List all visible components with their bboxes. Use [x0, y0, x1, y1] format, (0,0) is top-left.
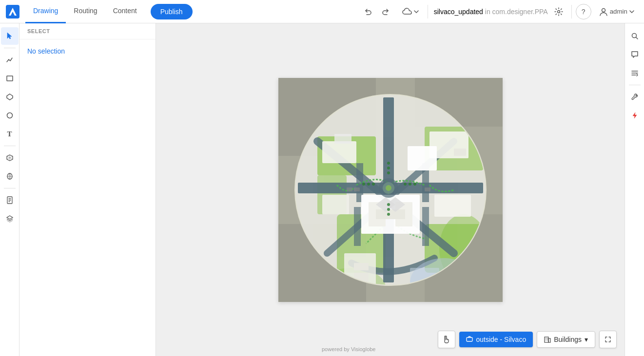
3d-tool-button[interactable] [1, 149, 19, 167]
settings-button[interactable] [552, 5, 566, 19]
svg-point-3 [7, 113, 12, 118]
rectangle-tool-button[interactable] [1, 70, 19, 87]
svg-point-1 [602, 8, 605, 12]
left-panel: SELECT No selection [20, 23, 156, 356]
svg-rect-67 [548, 338, 550, 342]
project-name: silvaco_updated in com.designer.PPA [434, 8, 548, 16]
toolbar-divider-2 [4, 146, 16, 146]
svg-rect-39 [434, 195, 471, 217]
tab-drawing[interactable]: Drawing [25, 0, 66, 23]
svg-point-60 [387, 213, 390, 216]
hand-tool-button[interactable] [438, 331, 455, 348]
select-tool-button[interactable] [1, 27, 19, 45]
search-icon[interactable] [626, 27, 644, 45]
layers-tool-button[interactable] [1, 210, 19, 227]
svg-rect-69 [547, 338, 548, 339]
buildings-dropdown-arrow: ▾ [585, 336, 588, 343]
svg-point-48 [386, 185, 391, 191]
svg-rect-62 [354, 187, 360, 191]
svg-rect-70 [546, 339, 546, 340]
cloud-button[interactable] [397, 5, 424, 19]
tab-content[interactable]: Content [105, 0, 145, 23]
svg-rect-65 [467, 337, 472, 341]
fullscreen-button[interactable] [599, 331, 617, 348]
project-info: silvaco_updated in com.designer.PPA [428, 5, 572, 19]
svg-rect-28 [422, 207, 429, 246]
app-logo [6, 5, 20, 19]
flash-icon[interactable] [626, 107, 644, 124]
map-canvas [278, 78, 503, 302]
header: Drawing Routing Content Publish silvaco_… [0, 0, 644, 23]
svg-point-59 [387, 208, 390, 211]
buildings-button[interactable]: Buildings ▾ [537, 331, 595, 348]
svg-rect-61 [347, 187, 352, 191]
publish-button[interactable]: Publish [151, 4, 193, 19]
svg-rect-34 [322, 195, 349, 214]
location-label: outside - Silvaco [476, 336, 526, 343]
no-selection-text: No selection [20, 39, 156, 63]
tab-routing[interactable]: Routing [66, 0, 105, 23]
svg-point-58 [387, 203, 390, 206]
svg-point-0 [557, 10, 560, 13]
nav-tabs: Drawing Routing Content [25, 0, 145, 23]
right-sidebar [624, 23, 644, 356]
bottom-bar: outside - Silvaco Buildings ▾ [438, 331, 617, 348]
svg-rect-68 [546, 338, 546, 339]
panel-section-title: SELECT [20, 23, 156, 39]
location-button[interactable]: outside - Silvaco [459, 332, 533, 347]
main-layout: T [0, 23, 644, 356]
comments-icon[interactable] [626, 46, 644, 63]
list-icon[interactable] [626, 64, 644, 82]
svg-rect-33 [408, 146, 437, 170]
svg-point-55 [387, 162, 390, 165]
svg-rect-63 [425, 187, 430, 191]
polygon-tool-button[interactable] [1, 88, 19, 106]
svg-rect-2 [7, 76, 13, 81]
svg-rect-27 [354, 207, 361, 246]
svg-point-51 [372, 183, 375, 186]
canvas-area[interactable]: powered by Visioglobe outside - Silvaco [156, 23, 624, 356]
document-tool-button[interactable] [1, 191, 19, 209]
user-name-label: admin [610, 8, 627, 15]
toolbar-divider-1 [4, 48, 16, 48]
wrench-icon[interactable] [626, 88, 644, 106]
svg-point-50 [367, 183, 370, 186]
svg-point-56 [387, 167, 390, 169]
svg-rect-71 [547, 339, 548, 340]
text-tool-button[interactable]: T [1, 125, 19, 143]
svg-point-54 [413, 183, 416, 186]
svg-rect-38 [376, 209, 405, 219]
svg-point-57 [387, 171, 390, 174]
user-menu-button[interactable]: admin [595, 5, 638, 18]
svg-rect-30 [334, 134, 351, 144]
svg-point-53 [409, 183, 411, 186]
buildings-label: Buildings [554, 336, 582, 343]
circle-tool-button[interactable] [1, 107, 19, 124]
right-sidebar-divider [629, 85, 641, 85]
map-container [278, 78, 503, 302]
svg-rect-32 [454, 149, 466, 156]
redo-button[interactable] [378, 4, 393, 19]
analytics-tool-button[interactable] [1, 51, 19, 69]
toolbar-divider-3 [4, 188, 16, 188]
powered-by-label: powered by Visioglobe [322, 346, 375, 352]
svg-point-49 [362, 183, 365, 186]
svg-point-52 [404, 183, 407, 186]
svg-rect-41 [354, 263, 369, 270]
image-tool-button[interactable] [1, 168, 19, 185]
svg-rect-29 [322, 141, 356, 163]
help-button[interactable]: ? [576, 4, 591, 19]
left-toolbar: T [0, 23, 20, 356]
undo-redo-group [360, 4, 393, 19]
undo-button[interactable] [360, 4, 376, 19]
